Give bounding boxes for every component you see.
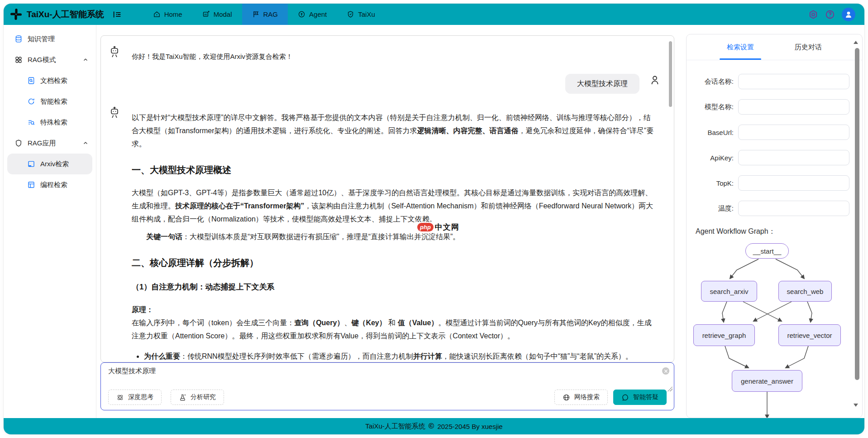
topk-input[interactable] [738, 175, 849, 191]
user-message-row: 大模型技术原理 [101, 74, 674, 94]
sidebar-item-special-search[interactable]: 特殊检索 [4, 112, 96, 133]
home-icon [153, 10, 161, 18]
nav-item-taixu[interactable]: TaiXu [337, 4, 385, 25]
workflow-node-retrieve-vector: retrieve_vector [778, 324, 841, 346]
footer-range: 2025-2045 By xuesjie [437, 423, 502, 430]
user-avatar[interactable] [842, 8, 855, 21]
bot-answer-message: 以下是针对“大模型技术原理”的详尽中文解答。我将严格基于您提供的文本内容（特别是… [101, 106, 674, 362]
nav-label: Home [164, 10, 182, 18]
refresh-icon [27, 97, 35, 106]
temperature-label: 温度: [695, 204, 738, 213]
svg-text:AI: AI [204, 13, 207, 16]
answer-content: 以下是针对“大模型技术原理”的详尽中文解答。我将严格基于您提供的文本内容（特别是… [132, 106, 654, 362]
smart-answer-button[interactable]: 智能答疑 [613, 390, 667, 405]
web-search-button[interactable]: 网络搜索 [554, 390, 608, 405]
ai-box-icon: AI [202, 10, 210, 18]
deep-think-button[interactable]: 深度思考 [108, 390, 162, 405]
main-nav: Home AI Modal [143, 4, 385, 25]
php-watermark-text: 中文网 [435, 222, 459, 232]
sidebar-label: 文档检索 [40, 77, 67, 85]
globe-icon [563, 394, 570, 401]
sidebar-item-smart-search[interactable]: 智能检索 [4, 91, 96, 112]
sidebar-item-knowledge[interactable]: 知识管理 [4, 29, 96, 49]
shield-icon [347, 10, 354, 18]
bullet-why-important: 为什么重要：传统RNN模型处理长序列时效率低下（需逐步遍历），而自注意力机制并行… [144, 350, 654, 362]
sidebar: 知识管理 RAG模式 文档检索 [4, 25, 96, 418]
settings-gear-icon[interactable] [808, 10, 818, 19]
answer-intro: 以下是针对“大模型技术原理”的详尽中文解答。我将严格基于您提供的文本内容（特别是… [132, 111, 654, 150]
nav-item-modal[interactable]: AI Modal [192, 4, 242, 25]
help-icon[interactable] [825, 10, 835, 19]
workflow-node-generate-answer: generate_answer [732, 370, 802, 392]
temperature-input[interactable] [738, 201, 849, 216]
tab-history[interactable]: 历史对话 [774, 34, 842, 60]
nav-label: TaiXu [358, 10, 375, 18]
sidebar-group-rag-mode[interactable]: RAG模式 [4, 49, 96, 70]
sidebar-label: RAG模式 [28, 56, 56, 64]
panel-scrollbar-thumb[interactable] [855, 48, 859, 380]
button-label: 分析研究 [191, 393, 216, 401]
app-title: TaiXu-人工智能系统 [27, 9, 104, 20]
sidebar-label: 智能检索 [40, 97, 67, 106]
section-2-title: 二、核心原理详解（分步拆解） [132, 257, 654, 269]
agent-workflow-diagram: __start__ search_arxiv search_web retrie… [692, 239, 846, 418]
form-row-apikey: ApiKey: [695, 150, 849, 165]
message-composer: 大模型技术原理 深度思考 [100, 362, 674, 410]
button-label: 网络搜索 [574, 393, 600, 401]
window-icon [27, 160, 35, 168]
user-message: 大模型技术原理 [565, 74, 639, 94]
flask-icon [179, 394, 186, 401]
welcome-text: 你好！我是TaiXu智能，欢迎使用Arxiv资源复合检索！ [132, 45, 654, 61]
nav-item-home[interactable]: Home [143, 4, 192, 25]
session-name-input[interactable] [738, 74, 849, 89]
button-label: 深度思考 [128, 393, 153, 401]
sidebar-label: 特殊检索 [40, 118, 67, 127]
workflow-node-search-arxiv: search_arxiv [701, 281, 757, 302]
clear-input-icon[interactable] [662, 367, 669, 375]
nav-label: Agent [309, 10, 327, 18]
workflow-node-retrieve-graph: retrieve_graph [693, 324, 755, 346]
sidebar-item-doc-search[interactable]: 文档检索 [4, 70, 96, 91]
nav-label: RAG [263, 10, 278, 18]
apikey-input[interactable] [738, 150, 849, 165]
analyze-research-button[interactable]: 分析研究 [171, 390, 224, 405]
baseurl-input[interactable] [738, 125, 849, 140]
nav-label: Modal [214, 10, 232, 18]
taixu-logo-icon [10, 8, 22, 20]
resize-handle[interactable] [668, 386, 672, 391]
nav-item-agent[interactable]: Agent [288, 4, 337, 25]
robot-icon [109, 106, 120, 119]
topk-label: TopK: [695, 179, 738, 187]
nav-item-rag[interactable]: RAG [242, 4, 288, 25]
composer-toolbar: 深度思考 分析研究 网络搜索 [108, 390, 667, 405]
robot-icon [109, 46, 120, 58]
bot-welcome-message: 你好！我是TaiXu智能，欢迎使用Arxiv资源复合检索！ [101, 45, 674, 61]
form-row-baseurl: BaseUrl: [695, 125, 849, 140]
baseurl-label: BaseUrl: [695, 129, 738, 136]
chat-scrollbar-thumb[interactable] [669, 41, 672, 107]
footer: TaiXu-人工智能系统 © 2025-2045 By xuesjie [4, 418, 864, 434]
sidebar-group-rag-app[interactable]: RAG应用 [4, 133, 96, 154]
collapse-sidebar-icon[interactable] [112, 10, 122, 19]
sidebar-label: Arxiv检索 [40, 160, 69, 168]
principle-paragraph: 在输入序列中，每个词（token）会生成三个向量：查询（Query）、键（Key… [132, 316, 654, 342]
form-row-session-name: 会话名称: [695, 74, 849, 89]
list-search-icon [27, 118, 35, 126]
key-sentence: 关键一句话：大模型训练本质是“对互联网数据进行有损压缩”，推理是“直接计算输出并… [132, 230, 654, 243]
tab-retrieval-settings[interactable]: 检索设置 [706, 34, 774, 60]
chat-panel: 你好！我是TaiXu智能，欢迎使用Arxiv资源复合检索！ 大模型技术原理 [100, 35, 674, 362]
model-name-input[interactable] [738, 99, 849, 115]
sidebar-label: 编程检索 [40, 181, 67, 189]
scroll-down-icon[interactable] [545, 352, 553, 360]
sidebar-item-code-search[interactable]: 编程检索 [4, 174, 96, 195]
section-1-paragraph: 大模型（如GPT-3、GPT-4等）是指参数量巨大（通常超过10亿）、基于深度学… [132, 186, 654, 226]
sidebar-label: 知识管理 [28, 35, 55, 43]
message-input[interactable]: 大模型技术原理 [108, 367, 651, 389]
top-navbar: TaiXu-人工智能系统 Home AI [4, 4, 864, 25]
workflow-graph-label: Agent Workflow Graph： [696, 227, 862, 236]
database-icon [14, 35, 23, 43]
panel-scrollbar-down-arrow[interactable] [854, 404, 858, 407]
panel-scrollbar-up-arrow[interactable] [854, 41, 858, 44]
button-label: 智能答疑 [633, 393, 658, 401]
sidebar-item-arxiv-search[interactable]: Arxiv检索 [7, 154, 92, 174]
